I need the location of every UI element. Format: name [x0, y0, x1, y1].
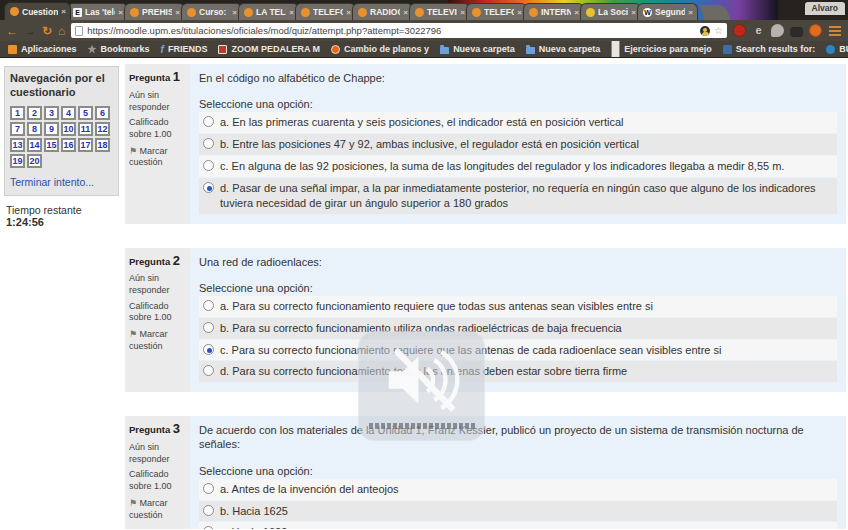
profile-avatar-icon[interactable] [700, 26, 710, 36]
question-nav-button[interactable]: 20 [27, 154, 42, 168]
new-tab-button[interactable] [700, 5, 731, 20]
question-nav-button[interactable]: 9 [44, 122, 59, 136]
bookmark-item[interactable]: BUGERA 333 XL 212 [826, 44, 848, 54]
answer-option[interactable]: c. Hacia 1620 [199, 522, 837, 529]
radio-button[interactable] [203, 300, 214, 311]
bookmark-item[interactable]: fFRIENDS [161, 44, 208, 54]
question-nav-button[interactable]: 15 [44, 138, 59, 152]
tab-close-icon[interactable]: × [403, 8, 408, 17]
tab-close-icon[interactable]: × [574, 8, 579, 17]
question-nav-button[interactable]: 19 [10, 154, 25, 168]
bookmark-item[interactable]: Cambio de planos y [331, 44, 429, 54]
balloon-extension-icon[interactable] [771, 24, 784, 37]
question-nav-button[interactable]: 17 [78, 138, 93, 152]
radio-button[interactable] [203, 182, 214, 193]
answer-option[interactable]: a. Para su correcto funcionamiento requi… [199, 296, 837, 317]
evernote-extension-icon[interactable]: e [752, 24, 765, 37]
question-nav-button[interactable]: 13 [10, 138, 25, 152]
tab-close-icon[interactable]: × [688, 8, 693, 17]
answer-option[interactable]: d. Para su correcto funcionamiento todas… [199, 361, 837, 382]
bookmark-item[interactable]: Nueva carpeta [526, 44, 601, 54]
radio-button[interactable] [203, 483, 214, 494]
question-nav-button[interactable]: 3 [44, 106, 59, 120]
browser-tab[interactable]: INTERNET× [523, 3, 584, 20]
tab-close-icon[interactable]: × [631, 8, 636, 17]
chrome-menu-icon[interactable] [828, 24, 842, 38]
browser-tab[interactable]: WSegunda R× [637, 3, 698, 20]
question-nav-button[interactable]: 8 [27, 122, 42, 136]
bookmark-item[interactable]: ZOOM PEDALERA M [218, 44, 320, 54]
radio-button[interactable] [203, 344, 214, 355]
flag-question-link[interactable]: ⚑ Marcar cuestión [129, 146, 186, 169]
question-nav-button[interactable]: 16 [61, 138, 76, 152]
question-nav-button[interactable]: 1 [10, 106, 25, 120]
back-icon[interactable]: ← [6, 25, 18, 37]
profile-name-chip[interactable]: Alvaro [805, 2, 845, 15]
answer-option[interactable]: b. Entre las posiciones 47 y 92, ambas i… [199, 134, 837, 155]
browser-tab[interactable]: Cuestionar× [4, 2, 71, 20]
radio-button[interactable] [203, 116, 214, 127]
browser-tab[interactable]: LA TELEGR× [238, 3, 299, 20]
flag-question-link[interactable]: ⚑ Marcar cuestión [129, 329, 186, 352]
radio-button[interactable] [203, 505, 214, 516]
tab-close-icon[interactable]: × [232, 8, 237, 17]
browser-tab[interactable]: ELas 'teleco× [67, 3, 128, 20]
adblock-extension-icon[interactable] [733, 24, 746, 37]
browser-tab[interactable]: La Socieda× [580, 3, 641, 20]
question-nav-button[interactable]: 11 [78, 122, 93, 136]
answer-option[interactable]: b. Para su correcto funcionamiento utili… [199, 318, 837, 339]
question-nav-button[interactable]: 7 [10, 122, 25, 136]
volume-segment [375, 423, 379, 429]
radio-button[interactable] [203, 365, 214, 376]
tab-close-icon[interactable]: × [460, 8, 465, 17]
reload-icon[interactable]: ↻ [42, 25, 52, 37]
answer-option[interactable]: b. Hacia 1625 [199, 501, 837, 522]
bookmark-item[interactable]: Search results for: [723, 44, 816, 54]
browser-tab[interactable]: TELEFONÍA× [295, 3, 356, 20]
answer-option-label: b. Hacia 1625 [220, 504, 288, 519]
browser-tab[interactable]: PREHISTOR× [124, 3, 185, 20]
moodle-favicon-icon [358, 8, 367, 17]
question-nav-button[interactable]: 18 [95, 138, 110, 152]
address-bar[interactable]: https://moodle.upm.es/titulaciones/ofici… [71, 23, 727, 38]
tab-close-icon[interactable]: × [289, 8, 294, 17]
bookmark-item[interactable]: Ejercicios para mejo [611, 41, 712, 58]
answer-option[interactable]: d. Pasar de una señal impar, a la par in… [199, 178, 837, 214]
bookmark-item[interactable]: Nueva carpeta [440, 44, 515, 54]
home-icon[interactable]: ⌂ [58, 25, 65, 37]
radio-button[interactable] [203, 526, 214, 529]
tab-close-icon[interactable]: × [346, 8, 351, 17]
browser-tab[interactable]: Curso: Int× [181, 3, 242, 20]
browser-tab[interactable]: RADIOCOM× [352, 3, 413, 20]
question-nav-button[interactable]: 12 [95, 122, 110, 136]
answer-option[interactable]: c. En alguna de las 92 posiciones, la su… [199, 156, 837, 177]
bookmark-item[interactable]: Aplicaciones [8, 44, 77, 54]
flame-extension-icon[interactable] [809, 24, 822, 37]
question-nav-button[interactable]: 10 [61, 122, 76, 136]
radio-button[interactable] [203, 138, 214, 149]
question-nav-button[interactable]: 14 [27, 138, 42, 152]
radio-button[interactable] [203, 322, 214, 333]
answer-option[interactable]: a. Antes de la invención del anteojos [199, 479, 837, 500]
bookmark-star-icon[interactable]: ☆ [714, 25, 723, 36]
tab-close-icon[interactable]: × [61, 7, 66, 16]
question-nav-button[interactable]: 6 [95, 106, 110, 120]
url-text[interactable]: https://moodle.upm.es/titulaciones/ofici… [87, 25, 696, 36]
forward-icon[interactable]: → [24, 25, 36, 37]
answer-option[interactable]: c. Para su correcto funcionamiento requi… [199, 340, 837, 361]
volume-segment [429, 423, 433, 429]
video-extension-icon[interactable] [790, 27, 803, 37]
question-nav-button[interactable]: 2 [27, 106, 42, 120]
tab-close-icon[interactable]: × [517, 8, 522, 17]
bookmark-item[interactable]: Bookmarks [88, 44, 150, 54]
answer-option[interactable]: a. En las primeras cuarenta y seis posic… [199, 112, 837, 133]
browser-tab[interactable]: TELEFONÍA× [466, 3, 527, 20]
tab-close-icon[interactable]: × [175, 8, 180, 17]
question-nav-button[interactable]: 4 [61, 106, 76, 120]
tab-close-icon[interactable]: × [118, 8, 123, 17]
finish-attempt-link[interactable]: Terminar intento... [10, 176, 113, 188]
radio-button[interactable] [203, 160, 214, 171]
question-nav-button[interactable]: 5 [78, 106, 93, 120]
browser-tab[interactable]: TELEVISIÓN× [409, 3, 470, 20]
flag-question-link[interactable]: ⚑ Marcar cuestión [129, 498, 186, 521]
